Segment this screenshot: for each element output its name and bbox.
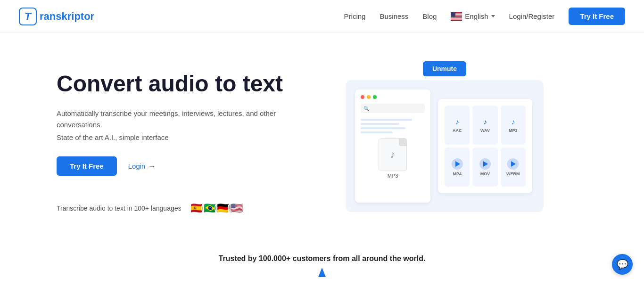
hero-login-button[interactable]: Login → xyxy=(128,162,156,171)
languages-label: Transcribe audio to text in 100+ languag… xyxy=(57,204,182,212)
hero-right: Unmute 🔍 xyxy=(302,61,587,212)
svg-rect-13 xyxy=(451,12,455,17)
language-selector[interactable]: English xyxy=(451,12,495,21)
music-note-wav-icon: ♪ xyxy=(483,118,487,126)
play-icon-webm xyxy=(507,158,519,170)
play-icon-mp4 xyxy=(452,158,463,170)
dot-red xyxy=(361,95,364,99)
login-label: Login xyxy=(128,162,146,170)
format-mp4-label: MP4 xyxy=(453,172,462,176)
hero-section: Convert audio to text Automatically tran… xyxy=(0,33,644,245)
dot-green xyxy=(373,95,377,99)
play-triangle-webm-icon xyxy=(511,161,516,167)
format-wav-label: WAV xyxy=(480,128,490,133)
sidebar-lines xyxy=(361,119,425,133)
browser-dots xyxy=(361,95,425,99)
unmute-button[interactable]: Unmute xyxy=(423,61,466,76)
chat-bubble-button[interactable]: 💬 xyxy=(612,254,633,275)
mp3-file: ♪ MP3 xyxy=(361,138,425,179)
format-mp3[interactable]: ♪ MP3 xyxy=(501,106,526,145)
header: T ranskriptor Pricing Business Blog xyxy=(0,0,644,33)
play-triangle-icon xyxy=(455,161,460,167)
hero-description2: State of the art A.I., simple interface xyxy=(57,133,302,141)
music-note-mp3-icon: ♪ xyxy=(511,118,515,126)
try-free-button[interactable]: Try It Free xyxy=(569,8,625,25)
chart-bar-icon xyxy=(318,268,326,277)
sidebar-line xyxy=(361,119,412,121)
flag-usa: 🇺🇸 xyxy=(228,199,246,217)
mp3-label: MP3 xyxy=(388,173,398,179)
svg-rect-9 xyxy=(451,18,462,18)
format-mov[interactable]: MOV xyxy=(472,147,497,187)
flag-us-icon xyxy=(451,12,462,21)
languages-row: Transcribe audio to text in 100+ languag… xyxy=(57,199,302,217)
main-nav: Pricing Business Blog English xyxy=(344,8,625,25)
chevron-down-icon xyxy=(491,15,495,17)
format-mp4[interactable]: MP4 xyxy=(445,147,470,187)
nav-blog[interactable]: Blog xyxy=(422,12,437,20)
hero-title: Convert audio to text xyxy=(57,71,302,97)
format-webm-label: WEBM xyxy=(506,172,520,176)
browser-search[interactable]: 🔍 xyxy=(361,104,425,113)
hero-left: Convert audio to text Automatically tran… xyxy=(57,61,302,217)
logo-text: ranskriptor xyxy=(40,10,94,23)
format-webm[interactable]: WEBM xyxy=(501,147,526,187)
play-triangle-mov-icon xyxy=(483,161,488,167)
music-note-aac-icon: ♪ xyxy=(455,118,459,126)
sidebar-line xyxy=(361,127,405,129)
play-icon-mov xyxy=(479,158,491,170)
search-icon: 🔍 xyxy=(363,106,369,111)
chat-icon: 💬 xyxy=(617,259,628,270)
language-label: English xyxy=(465,12,488,20)
logo[interactable]: T ranskriptor xyxy=(19,8,94,25)
format-mov-label: MOV xyxy=(480,172,490,176)
nav-login-register[interactable]: Login/Register xyxy=(509,12,555,20)
trusted-text: Trusted by 100.000+ customers from all a… xyxy=(0,254,644,263)
sidebar-line xyxy=(361,123,399,125)
svg-rect-11 xyxy=(451,19,462,20)
hero-buttons: Try It Free Login → xyxy=(57,156,302,176)
svg-rect-12 xyxy=(451,20,462,20)
flags-group: 🇪🇸 🇧🇷 🇩🇪 🇺🇸 xyxy=(188,199,246,217)
format-wav[interactable]: ♪ WAV xyxy=(472,106,497,145)
nav-business[interactable]: Business xyxy=(380,12,408,20)
file-browser-panel: 🔍 ♪ MP3 xyxy=(355,90,430,203)
logo-icon: T xyxy=(19,8,37,25)
format-mp3-label: MP3 xyxy=(509,128,518,133)
arrow-right-icon: → xyxy=(148,162,156,171)
chart-hint xyxy=(0,263,644,277)
format-aac-label: AAC xyxy=(453,128,462,133)
mp3-icon: ♪ xyxy=(379,138,407,171)
hero-try-free-button[interactable]: Try It Free xyxy=(57,156,117,176)
format-panel: ♪ AAC ♪ WAV ♪ MP3 MP4 xyxy=(438,99,532,193)
nav-pricing[interactable]: Pricing xyxy=(344,12,366,20)
music-note-icon: ♪ xyxy=(390,148,396,161)
svg-rect-10 xyxy=(451,18,462,19)
bottom-section: Trusted by 100.000+ customers from all a… xyxy=(0,245,644,277)
svg-rect-7 xyxy=(451,16,462,17)
format-aac[interactable]: ♪ AAC xyxy=(445,106,470,145)
dot-yellow xyxy=(367,95,371,99)
sidebar-line xyxy=(361,131,393,133)
app-preview: 🔍 ♪ MP3 xyxy=(346,80,544,212)
hero-description1: Automatically transcribe your meetings, … xyxy=(57,108,302,131)
svg-rect-8 xyxy=(451,17,462,18)
